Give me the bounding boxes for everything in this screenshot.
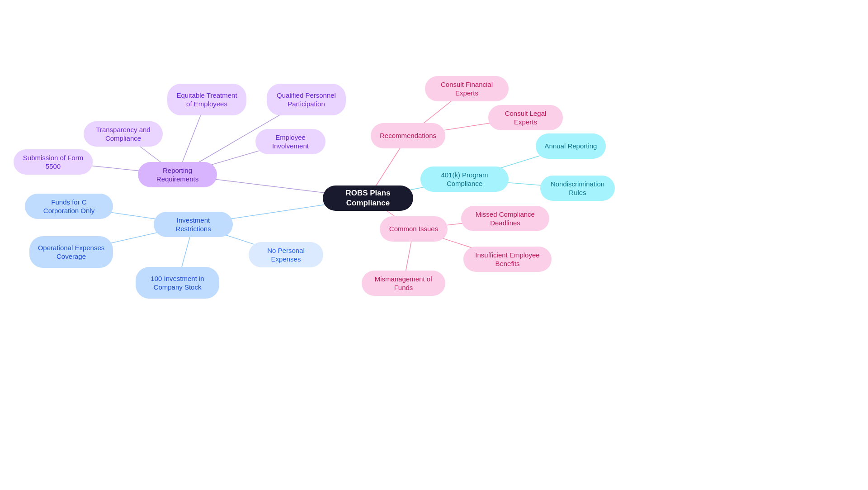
node-mismanagement: Mismanagement of Funds <box>362 271 445 296</box>
node-equitable-treatment: Equitable Treatment of Employees <box>167 84 246 115</box>
node-reporting-requirements: Reporting Requirements <box>138 162 217 187</box>
mind-map-container: ROBS Plans ComplianceEquitable Treatment… <box>0 0 868 490</box>
node-consult-financial: Consult Financial Experts <box>425 76 509 101</box>
node-consult-legal: Consult Legal Experts <box>488 105 563 130</box>
node-transparency: Transparency and Compliance <box>84 121 163 147</box>
node-nondiscrimination: Nondiscrimination Rules <box>540 176 615 201</box>
node-annual-reporting: Annual Reporting <box>536 133 606 159</box>
node-employee-involvement: Employee Involvement <box>255 129 326 154</box>
node-insufficient-benefits: Insufficient Employee Benefits <box>463 247 552 272</box>
node-funds-c-corp: Funds for C Corporation Only <box>25 194 113 219</box>
node-401k-compliance: 401(k) Program Compliance <box>420 167 509 192</box>
node-investment-restrictions: Investment Restrictions <box>154 212 233 237</box>
node-missed-deadlines: Missed Compliance Deadlines <box>461 206 549 231</box>
node-100-investment: 100 Investment in Company Stock <box>136 267 219 299</box>
node-common-issues: Common Issues <box>380 216 448 242</box>
node-qualified-personnel: Qualified Personnel Participation <box>267 84 346 115</box>
node-recommendations: Recommendations <box>371 123 445 148</box>
node-no-personal-expenses: No Personal Expenses <box>249 242 323 267</box>
node-operational-expenses: Operational Expenses Coverage <box>29 236 113 268</box>
connections-svg <box>0 0 868 490</box>
center-node: ROBS Plans Compliance <box>323 186 413 211</box>
node-submission-5500: Submission of Form 5500 <box>14 149 93 175</box>
